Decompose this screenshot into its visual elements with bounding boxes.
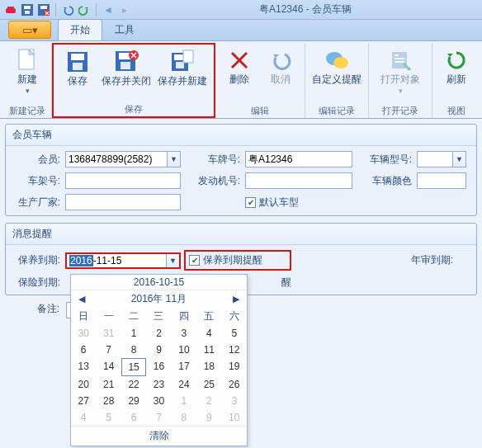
app-icon[interactable] xyxy=(3,2,18,17)
chevron-down-icon[interactable]: ▼ xyxy=(167,152,180,167)
svg-rect-11 xyxy=(73,63,83,70)
qat-redo-icon[interactable] xyxy=(77,2,92,17)
dp-day[interactable]: 2 xyxy=(196,393,221,409)
dp-day[interactable]: 19 xyxy=(222,358,247,376)
dp-day[interactable]: 7 xyxy=(96,342,120,358)
dp-day[interactable]: 5 xyxy=(96,409,120,426)
dp-day[interactable]: 3 xyxy=(172,325,196,342)
dp-day[interactable]: 15 xyxy=(121,358,146,376)
saveclose-button[interactable]: 保存并关闭 xyxy=(100,46,153,89)
dp-next-icon[interactable]: ▶ xyxy=(230,294,242,304)
dp-month-label: 2016年 11月 xyxy=(131,292,187,306)
dp-day[interactable]: 30 xyxy=(146,393,171,409)
member-combo[interactable]: 1368478899(2582)▼ xyxy=(65,151,181,167)
refresh-icon xyxy=(443,47,470,73)
svg-point-21 xyxy=(333,57,348,68)
dp-day[interactable]: 8 xyxy=(121,342,146,358)
svg-rect-24 xyxy=(395,58,404,59)
dp-clear-button[interactable]: 清除 xyxy=(71,426,247,446)
dp-day[interactable]: 24 xyxy=(172,376,196,393)
dp-day[interactable]: 10 xyxy=(222,409,247,426)
vehicle-panel: 会员车辆 会员: 1368478899(2582)▼ 车牌号: 粤A12346 … xyxy=(5,124,477,216)
dp-day[interactable]: 31 xyxy=(96,325,120,342)
dp-day[interactable]: 1 xyxy=(121,325,146,342)
save-button[interactable]: 保存 xyxy=(59,46,97,89)
dp-day[interactable]: 16 xyxy=(146,358,171,376)
dp-day[interactable]: 17 xyxy=(172,358,196,376)
dp-day[interactable]: 28 xyxy=(96,393,120,409)
chevron-down-icon[interactable]: ▼ xyxy=(452,152,465,167)
dp-day[interactable]: 5 xyxy=(222,325,247,342)
dp-day[interactable]: 14 xyxy=(96,358,120,376)
dp-day[interactable]: 4 xyxy=(71,409,96,426)
dp-day[interactable]: 20 xyxy=(71,376,96,393)
dp-weekday: 日 xyxy=(71,308,96,325)
refresh-button[interactable]: 刷新 xyxy=(437,45,475,87)
group-edit: 删除 取消 编辑 xyxy=(215,43,305,118)
dp-day[interactable]: 6 xyxy=(71,342,96,358)
model-combo[interactable]: ▼ xyxy=(417,151,466,167)
cancel-button[interactable]: 取消 xyxy=(262,45,300,87)
maint-label: 保养到期: xyxy=(12,253,62,267)
qat-undo-icon[interactable] xyxy=(60,2,75,17)
dp-day[interactable]: 29 xyxy=(121,393,146,409)
vin-input[interactable] xyxy=(65,172,181,189)
ribbon: 新建 ▾ 新建记录 保存 保存并关闭 保存并新建 保存 xyxy=(0,41,482,119)
dp-weekday: 一 xyxy=(96,308,120,325)
group-view: 刷新 视图 xyxy=(432,43,480,118)
dp-selected-date: 2016-10-15 xyxy=(71,275,247,290)
dp-weekday: 五 xyxy=(196,308,221,325)
dp-day[interactable]: 23 xyxy=(146,376,171,393)
default-checkbox[interactable]: ✔默认车型 xyxy=(245,196,352,210)
model-label: 车辆型号: xyxy=(356,153,413,167)
savenew-button[interactable]: 保存并新建 xyxy=(156,46,209,89)
dp-day[interactable]: 8 xyxy=(172,409,196,426)
checkbox-icon: ✔ xyxy=(245,197,256,208)
new-button[interactable]: 新建 ▾ xyxy=(8,45,46,99)
dp-day[interactable]: 18 xyxy=(196,358,221,376)
chevron-down-icon[interactable]: ▼ xyxy=(166,254,179,267)
dp-day[interactable]: 21 xyxy=(96,376,120,393)
dp-day[interactable]: 1 xyxy=(172,393,196,409)
dp-day[interactable]: 4 xyxy=(196,325,221,342)
dp-day[interactable]: 26 xyxy=(222,376,247,393)
plate-input[interactable]: 粤A12346 xyxy=(245,151,352,167)
qat-next-icon[interactable]: ▸ xyxy=(117,2,132,17)
dp-day[interactable]: 6 xyxy=(121,409,146,426)
plate-label: 车牌号: xyxy=(184,153,242,167)
dp-day[interactable]: 2 xyxy=(146,325,171,342)
dp-day[interactable]: 9 xyxy=(196,409,221,426)
dp-day[interactable]: 27 xyxy=(71,393,96,409)
mfr-label: 生产厂家: xyxy=(12,196,62,210)
dp-day[interactable]: 3 xyxy=(222,393,247,409)
dp-day[interactable]: 10 xyxy=(172,342,196,358)
dp-day[interactable]: 12 xyxy=(222,342,247,358)
tab-start[interactable]: 开始 xyxy=(58,19,102,40)
dp-day[interactable]: 22 xyxy=(121,376,146,393)
engine-input[interactable] xyxy=(245,172,352,189)
chat-icon xyxy=(324,47,350,73)
qat-save-icon[interactable] xyxy=(20,2,35,17)
delete-button[interactable]: 删除 xyxy=(220,45,258,87)
qat-saveclose-icon[interactable] xyxy=(36,2,51,17)
dp-day[interactable]: 25 xyxy=(196,376,221,393)
dp-day[interactable]: 9 xyxy=(146,342,171,358)
customreminder-button[interactable]: 自定义提醒 xyxy=(310,45,363,87)
quick-access-toolbar: ◄ ▸ xyxy=(3,2,132,17)
color-input[interactable] xyxy=(417,172,466,189)
openobj-button[interactable]: 打开对象 ▾ xyxy=(374,45,427,99)
tab-tools[interactable]: 工具 xyxy=(102,19,147,40)
dp-day[interactable]: 13 xyxy=(71,358,96,376)
svg-rect-4 xyxy=(25,11,30,14)
maint-date-combo[interactable]: 2016-11-15▼ xyxy=(65,252,181,269)
qat-prev-icon[interactable]: ◄ xyxy=(101,2,116,17)
dp-day[interactable]: 11 xyxy=(196,342,221,358)
group-editrec: 自定义提醒 编辑记录 xyxy=(305,43,369,118)
mfr-input[interactable] xyxy=(65,194,181,210)
dp-prev-icon[interactable]: ◀ xyxy=(76,294,87,304)
checkbox-icon: ✔ xyxy=(189,255,200,266)
maint-reminder-checkbox[interactable]: ✔保养到期提醒 xyxy=(184,250,291,271)
dp-day[interactable]: 7 xyxy=(146,409,171,426)
dp-day[interactable]: 30 xyxy=(71,325,96,342)
file-menu-button[interactable]: ▭▾ xyxy=(8,21,51,39)
